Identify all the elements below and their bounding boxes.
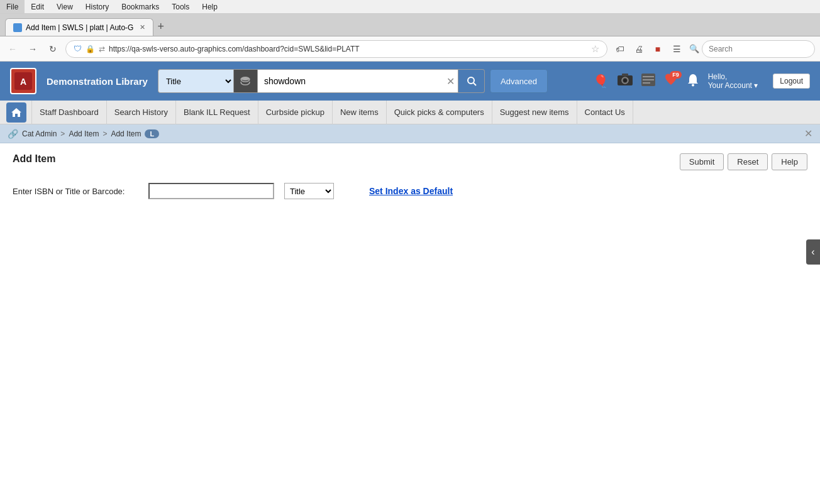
- svg-line-4: [474, 83, 476, 85]
- menu-bar: File Edit View History Bookmarks Tools H…: [0, 0, 820, 14]
- menu-bookmarks[interactable]: Bookmarks: [115, 0, 165, 13]
- nav-quick-picks[interactable]: Quick picks & computers: [387, 101, 492, 124]
- search-icon: 🔍: [689, 44, 699, 53]
- nav-contact-us[interactable]: Contact Us: [577, 101, 633, 124]
- svg-text:A: A: [20, 77, 26, 87]
- account-label: Your Account ▾: [708, 81, 758, 90]
- nav-suggest-new-items[interactable]: Suggest new items: [492, 101, 577, 124]
- address-bar: ← → ↻ 🛡 🔒 ⇄ ☆ 🏷 🖨 ■ ☰ 🔍: [0, 36, 820, 62]
- search-index-select[interactable]: Title Author Subject Keyword: [158, 69, 233, 93]
- side-panel-toggle[interactable]: ‹: [806, 239, 820, 265]
- new-tab-button[interactable]: +: [157, 20, 164, 36]
- tab-favicon: [13, 23, 22, 32]
- set-index-link[interactable]: Set Index as Default: [369, 186, 453, 196]
- form-row: Enter ISBN or Title or Barcode: Title IS…: [13, 183, 807, 199]
- tab-bar: Add Item | SWLS | platt | Auto-G ✕ +: [0, 14, 820, 36]
- menu-view[interactable]: View: [50, 0, 79, 13]
- page-content: Add Item Submit Reset Help Enter ISBN or…: [0, 143, 820, 217]
- library-name: Demonstration Library: [47, 76, 148, 87]
- active-tab[interactable]: Add Item | SWLS | platt | Auto-G ✕: [5, 18, 153, 36]
- breadcrumb-cat-admin: Cat Admin: [22, 129, 57, 138]
- tab-close-btn[interactable]: ✕: [140, 23, 145, 31]
- app-header: A Demonstration Library Title Author Sub…: [0, 62, 820, 101]
- menu-icon[interactable]: ☰: [669, 41, 684, 57]
- index-select[interactable]: Title ISBN Barcode: [284, 183, 334, 199]
- browser-search-input[interactable]: [702, 40, 815, 58]
- list-icon[interactable]: [641, 74, 655, 89]
- account-greeting: Hello,: [708, 72, 728, 81]
- nav-curbside-pickup[interactable]: Curbside pickup: [258, 101, 333, 124]
- print-icon[interactable]: 🖨: [631, 41, 646, 57]
- isbn-input[interactable]: [148, 183, 274, 199]
- tab-title: Add Item | SWLS | platt | Auto-G: [26, 23, 133, 32]
- nav-staff-dashboard[interactable]: Staff Dashboard: [31, 101, 107, 124]
- balloon-icon[interactable]: 🎈: [593, 74, 609, 89]
- breadcrumb-add-item-2: Add Item: [111, 129, 141, 138]
- nav-new-items[interactable]: New items: [333, 101, 387, 124]
- bell-icon[interactable]: [687, 73, 699, 90]
- menu-edit[interactable]: Edit: [25, 0, 50, 13]
- heart-badge: F9: [670, 71, 682, 79]
- browser-toolbar-right: 🏷 🖨 ■ ☰: [612, 41, 684, 57]
- account-area[interactable]: Hello, Your Account ▾: [708, 72, 758, 90]
- home-button[interactable]: [6, 102, 26, 123]
- page-actions: Submit Reset Help: [680, 153, 807, 170]
- page-title: Add Item: [13, 153, 55, 165]
- svg-point-7: [623, 79, 627, 82]
- breadcrumb-badge: L: [145, 129, 159, 138]
- svg-rect-8: [622, 74, 628, 76]
- app-logo: A: [10, 68, 36, 94]
- pocket-icon[interactable]: 🏷: [612, 41, 628, 57]
- nav-search-history[interactable]: Search History: [107, 101, 176, 124]
- breadcrumb-bar: 🔗 Cat Admin > Add Item > Add Item L ✕: [0, 124, 820, 143]
- isbn-label: Enter ISBN or Title or Barcode:: [13, 187, 138, 196]
- svg-point-2: [241, 77, 250, 80]
- lock-icon: 🔒: [86, 45, 95, 53]
- nav-blank-ill-request[interactable]: Blank ILL Request: [176, 101, 258, 124]
- extension-icon[interactable]: ■: [650, 41, 665, 57]
- menu-file[interactable]: File: [0, 0, 25, 13]
- breadcrumb-icon: 🔗: [8, 129, 18, 139]
- reset-button[interactable]: Reset: [728, 153, 768, 170]
- logout-button[interactable]: Logout: [773, 74, 810, 89]
- heart-icon[interactable]: F9: [664, 74, 678, 89]
- header-icons: 🎈 F9: [593, 72, 810, 90]
- menu-help[interactable]: Help: [196, 0, 224, 13]
- star-icon[interactable]: ☆: [591, 43, 599, 55]
- breadcrumb-sep-1: >: [60, 129, 65, 138]
- search-clear-button[interactable]: ✕: [446, 75, 455, 87]
- content-area: 🔗 Cat Admin > Add Item > Add Item L ✕ Ad…: [0, 124, 820, 439]
- menu-tools[interactable]: Tools: [165, 0, 196, 13]
- advanced-button[interactable]: Advanced: [490, 69, 548, 93]
- camera-icon[interactable]: [618, 73, 633, 90]
- svg-point-13: [692, 84, 694, 86]
- svg-point-3: [468, 77, 474, 84]
- reload-button[interactable]: ↻: [45, 41, 60, 57]
- breadcrumb-sep-2: >: [102, 129, 107, 138]
- menu-history[interactable]: History: [79, 0, 115, 13]
- nav-bar: Staff Dashboard Search History Blank ILL…: [0, 101, 820, 124]
- forward-button[interactable]: →: [25, 41, 40, 57]
- url-bar: 🛡 🔒 ⇄ ☆: [65, 40, 607, 58]
- breadcrumb-close-button[interactable]: ✕: [804, 128, 812, 140]
- search-input[interactable]: [257, 69, 458, 93]
- search-bar-area: 🔍: [689, 40, 815, 58]
- url-input[interactable]: [109, 45, 587, 53]
- breadcrumb-add-item-1: Add Item: [69, 129, 99, 138]
- shield-icon: 🛡: [74, 44, 82, 53]
- database-icon[interactable]: [233, 69, 257, 93]
- page-header: Add Item Submit Reset Help: [13, 153, 807, 170]
- search-area: Title Author Subject Keyword ✕ Advanced: [158, 69, 548, 93]
- submit-button[interactable]: Submit: [680, 153, 724, 170]
- back-button[interactable]: ←: [5, 41, 20, 57]
- search-input-wrap: ✕: [257, 69, 458, 93]
- share-icon: ⇄: [99, 45, 105, 53]
- help-button[interactable]: Help: [772, 153, 807, 170]
- search-go-button[interactable]: [458, 69, 485, 93]
